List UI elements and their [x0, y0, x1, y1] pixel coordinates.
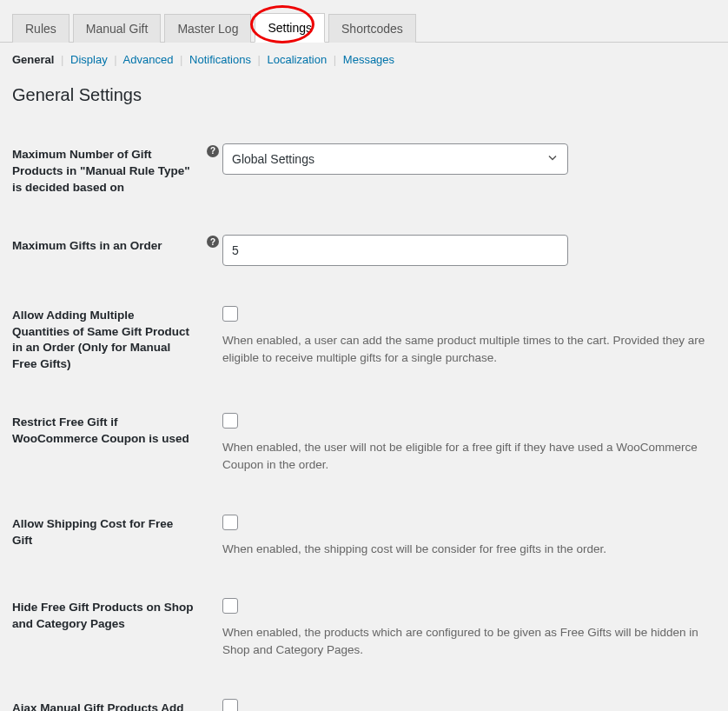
tab-settings[interactable]: Settings: [255, 13, 325, 43]
help-icon[interactable]: ?: [207, 236, 219, 248]
label-ajax-add: Ajax Manual Gift Products Add To Cart: [12, 685, 203, 711]
subnav-display[interactable]: Display: [70, 53, 108, 66]
desc-restrict-coupon: When enabled, the user will not be eligi…: [222, 439, 716, 475]
settings-form: Maximum Number of Gift Products in "Manu…: [12, 131, 716, 711]
subnav-messages[interactable]: Messages: [343, 53, 394, 66]
desc-allow-shipping: When enabled, the shipping cost will be …: [222, 541, 716, 558]
label-max-products: Maximum Number of Gift Products in "Manu…: [12, 131, 203, 223]
input-max-gifts[interactable]: [222, 235, 568, 266]
checkbox-restrict-coupon[interactable]: [222, 413, 238, 429]
checkbox-allow-shipping[interactable]: [222, 515, 238, 530]
subnav-localization[interactable]: Localization: [268, 53, 328, 66]
label-max-gifts: Maximum Gifts in an Order: [12, 223, 203, 292]
checkbox-hide-products[interactable]: [222, 598, 238, 614]
checkbox-allow-multi-qty[interactable]: [222, 306, 238, 322]
page-title: General Settings: [12, 85, 716, 105]
label-allow-multi-qty: Allow Adding Multiple Quantities of Same…: [12, 292, 203, 400]
checkbox-ajax-add[interactable]: [222, 699, 238, 711]
subnav-notifications[interactable]: Notifications: [189, 53, 251, 66]
tab-master-log[interactable]: Master Log: [164, 14, 251, 43]
primary-tabs: Rules Manual Gift Master Log Settings Sh…: [0, 0, 728, 43]
label-restrict-coupon: Restrict Free Gift if WooCommerce Coupon…: [12, 399, 203, 501]
tab-manual-gift[interactable]: Manual Gift: [73, 14, 162, 43]
sub-nav: General | Display | Advanced | Notificat…: [0, 43, 728, 66]
tab-rules[interactable]: Rules: [12, 14, 69, 43]
select-max-products-basis[interactable]: Global Settings: [222, 143, 568, 175]
subnav-general[interactable]: General: [12, 53, 54, 66]
desc-hide-products: When enabled, the products which are con…: [222, 624, 716, 660]
subnav-advanced[interactable]: Advanced: [123, 53, 174, 66]
desc-allow-multi-qty: When enabled, a user can add the same pr…: [222, 332, 716, 368]
help-icon[interactable]: ?: [207, 145, 219, 157]
label-allow-shipping: Allow Shipping Cost for Free Gift: [12, 501, 203, 584]
tab-shortcodes[interactable]: Shortcodes: [328, 14, 416, 43]
label-hide-products: Hide Free Gift Products on Shop and Cate…: [12, 584, 203, 686]
